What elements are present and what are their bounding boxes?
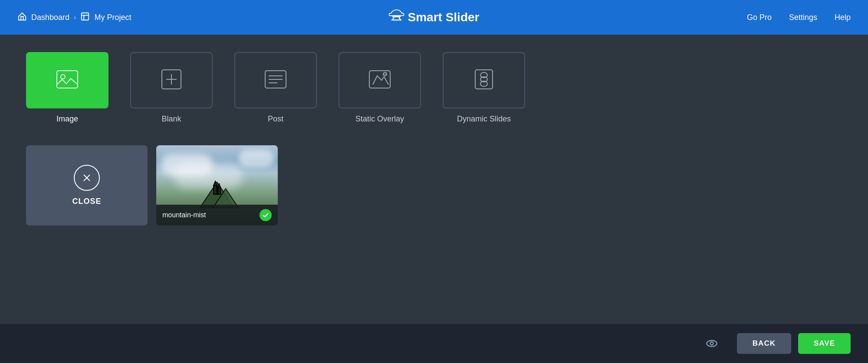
slide-type-dynamic-box — [443, 52, 525, 108]
breadcrumb: Dashboard › My Project — [17, 12, 131, 23]
static-overlay-icon — [366, 65, 394, 95]
slide-type-dynamic-label: Dynamic Slides — [457, 114, 511, 124]
blank-slide-icon — [158, 65, 185, 95]
close-card[interactable]: CLOSE — [26, 145, 148, 226]
svg-point-27 — [710, 342, 713, 345]
card-title: mountain-mist — [162, 211, 206, 219]
slide-type-row: Image Blank — [26, 52, 842, 124]
home-icon — [17, 12, 27, 23]
slide-type-blank[interactable]: Blank — [130, 52, 213, 124]
card-footer: mountain-mist — [156, 205, 278, 226]
svg-rect-0 — [82, 13, 89, 20]
go-pro-link[interactable]: Go Pro — [747, 13, 772, 22]
image-slide-icon — [53, 65, 81, 95]
mountain-mist-card[interactable]: mountain-mist — [156, 145, 278, 226]
mountain-silhouette — [187, 173, 247, 208]
dynamic-slides-icon — [470, 65, 498, 95]
back-button[interactable]: BACK — [737, 333, 791, 354]
close-label: CLOSE — [72, 197, 101, 206]
breadcrumb-project-icon — [80, 12, 90, 23]
slide-type-static-overlay-label: Static Overlay — [355, 114, 404, 124]
help-link[interactable]: Help — [835, 13, 851, 22]
header-nav: Go Pro Settings Help — [747, 13, 851, 22]
slide-type-post[interactable]: Post — [234, 52, 317, 124]
slide-type-static-overlay-box — [339, 52, 421, 108]
slide-type-image-label: Image — [56, 114, 78, 124]
svg-marker-23 — [214, 181, 217, 186]
slide-type-post-box — [234, 52, 317, 108]
breadcrumb-separator: › — [74, 13, 76, 21]
cloud-decoration-2 — [239, 150, 273, 167]
preview-button[interactable] — [702, 334, 721, 353]
svg-rect-24 — [218, 187, 220, 194]
svg-point-26 — [707, 340, 717, 347]
check-badge — [260, 209, 272, 221]
main-content: Image Blank — [0, 35, 868, 243]
slide-type-dynamic[interactable]: Dynamic Slides — [443, 52, 525, 124]
slide-type-post-label: Post — [268, 114, 283, 124]
slide-type-image[interactable]: Image — [26, 52, 108, 124]
slide-type-image-box — [26, 52, 108, 108]
settings-link[interactable]: Settings — [789, 13, 817, 22]
close-icon-circle — [74, 165, 100, 191]
slides-row: CLOSE mountain-mist — [26, 145, 842, 226]
slide-type-static-overlay[interactable]: Static Overlay — [339, 52, 421, 124]
save-button[interactable]: SAVE — [798, 333, 851, 354]
slide-type-blank-label: Blank — [161, 114, 181, 124]
svg-rect-22 — [214, 186, 217, 194]
footer-bar: BACK SAVE — [0, 324, 868, 363]
post-slide-icon — [262, 65, 289, 95]
logo-icon — [389, 8, 404, 27]
app-header: Dashboard › My Project Smart Slider Go P… — [0, 0, 868, 35]
breadcrumb-project[interactable]: My Project — [94, 13, 131, 22]
logo-text: Smart Slider — [408, 10, 480, 24]
svg-point-3 — [61, 75, 65, 79]
slide-type-blank-box — [130, 52, 213, 108]
svg-rect-2 — [57, 71, 78, 88]
breadcrumb-dashboard[interactable]: Dashboard — [31, 13, 69, 22]
svg-rect-11 — [369, 71, 390, 88]
app-logo: Smart Slider — [389, 8, 480, 27]
